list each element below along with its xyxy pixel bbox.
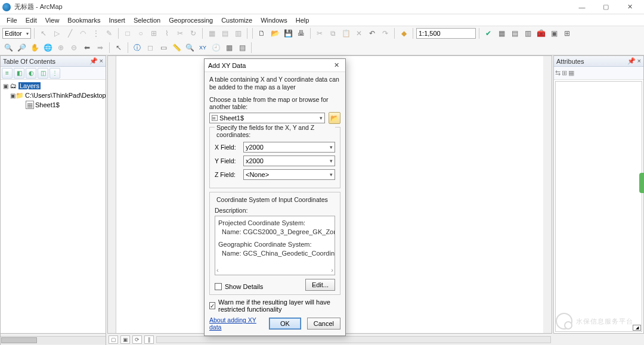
zoom-in-icon[interactable]: 🔍 [2,42,14,54]
list-by-visibility-icon[interactable]: ◐ [26,68,36,79]
attr-tool-2-icon[interactable]: ⊞ [562,69,567,77]
attributes-pin-icon[interactable]: 📌 × [627,57,641,65]
split-tool-icon[interactable]: ✂ [174,27,186,39]
fixed-zoom-out-icon[interactable]: ⊖ [68,42,80,54]
menu-customize[interactable]: Customize [217,15,256,25]
create-features-icon[interactable]: ▥ [232,27,244,39]
close-button[interactable]: ✕ [618,0,642,14]
delete-icon[interactable]: ✕ [353,27,365,39]
about-link[interactable]: About adding XY data [209,316,257,331]
sheet-node[interactable]: Sheet1$ [35,101,60,108]
edit-tool-icon[interactable]: ↖ [38,27,49,39]
menu-view[interactable]: View [41,15,64,25]
toc-icon[interactable]: ▦ [496,27,507,39]
line-tool-icon[interactable]: ╱ [64,27,76,39]
pause-button[interactable]: ∥ [144,335,154,344]
model-builder-icon[interactable]: ⊞ [561,27,573,39]
menu-windows[interactable]: Windows [256,15,292,25]
copy-icon[interactable]: ⧉ [327,27,339,39]
list-by-drawing-icon[interactable]: ≡ [2,68,13,79]
resize-handle-icon[interactable]: ◢ [633,325,641,331]
paste-icon[interactable]: 📋 [340,27,352,39]
table-combo[interactable]: ▦ Sheet1$ [209,113,325,123]
identify-icon[interactable]: ⓘ [131,42,143,54]
options-icon[interactable]: ⋮ [49,68,60,79]
open-doc-icon[interactable]: 📂 [269,27,281,39]
attributes-icon[interactable]: ▦ [206,27,218,39]
measure-icon[interactable]: 📏 [171,42,182,54]
menu-file[interactable]: File [2,15,21,25]
back-extent-icon[interactable]: ⬅ [81,42,93,54]
y-field-combo[interactable]: x2000 [243,156,335,166]
refresh-button[interactable]: ⟳ [132,335,142,344]
redo-icon[interactable]: ↷ [379,27,391,39]
editor-dropdown[interactable]: Editor [2,28,31,39]
circle-tool-icon[interactable]: ○ [135,27,147,39]
ok-button[interactable]: OK [269,318,301,330]
point-tool-icon[interactable]: ⋮ [90,27,102,39]
edit-cs-button[interactable]: Edit... [305,279,335,291]
search-window-icon[interactable]: ▥ [522,27,534,39]
menu-insert[interactable]: Insert [104,15,129,25]
z-field-combo[interactable]: <None> [243,169,335,180]
menu-geoprocessing[interactable]: Geoprocessing [165,15,217,25]
data-view-button[interactable]: ▢ [109,335,118,344]
list-by-source-icon[interactable]: ◧ [14,68,24,79]
side-tab[interactable] [639,173,644,193]
minimize-button[interactable]: — [570,0,594,14]
arc-toolbox-icon[interactable]: 🧰 [535,27,547,39]
layout-view-button[interactable]: ▣ [120,335,130,344]
time-slider-icon[interactable]: 🕘 [210,42,222,54]
undo-icon[interactable]: ↶ [366,27,378,39]
zoom-out-icon[interactable]: 🔎 [16,42,27,54]
fixed-zoom-in-icon[interactable]: ⊕ [55,42,67,54]
warn-checkbox[interactable]: ✓ [209,302,215,309]
clear-selection-icon[interactable]: ◻ [144,42,156,54]
pan-icon[interactable]: ✋ [29,42,41,54]
print-icon[interactable]: 🖶 [295,27,307,39]
rotate-tool-icon[interactable]: ↻ [187,27,199,39]
menu-help[interactable]: Help [292,15,314,25]
arc-tool-icon[interactable]: ◠ [77,27,89,39]
edit-vertices-icon[interactable]: ▷ [51,27,63,39]
scale-combo[interactable] [416,28,476,39]
list-by-selection-icon[interactable]: ◫ [38,68,48,79]
new-doc-icon[interactable]: 🗋 [256,27,268,39]
select-features-icon[interactable]: ↖ [113,42,125,54]
reshape-tool-icon[interactable]: ⌇ [161,27,173,39]
folder-node[interactable]: C:\Users\ThinkPad\Desktop\图 [25,91,106,100]
toc-hscroll[interactable] [0,334,106,345]
editor-toolbar-icon[interactable]: ✔ [482,27,494,39]
attr-tool-1-icon[interactable]: ⇆ [555,69,561,77]
select-elements-icon[interactable]: ▭ [157,42,169,54]
pin-icon[interactable]: 📌 × [89,57,103,65]
menu-bookmarks[interactable]: Bookmarks [63,15,104,25]
rect-tool-icon[interactable]: □ [122,27,134,39]
layers-root[interactable]: Layers [18,82,41,89]
trace-tool-icon[interactable]: ✎ [103,27,115,39]
menu-selection[interactable]: Selection [129,15,165,25]
browse-button[interactable]: 📂 [329,112,340,124]
menu-edit[interactable]: Edit [21,15,41,25]
show-details-checkbox[interactable] [215,283,222,290]
cancel-button[interactable]: Cancel [307,318,340,330]
forward-extent-icon[interactable]: ➡ [94,42,106,54]
dialog-close-button[interactable]: ✕ [331,60,342,71]
desc-hscroll[interactable]: ‹› [216,266,333,273]
sketch-props-icon[interactable]: ▤ [219,27,231,39]
html-popup-icon[interactable]: ▤ [236,42,248,54]
full-extent-icon[interactable]: 🌐 [42,42,54,54]
maximize-button[interactable]: ▢ [594,0,618,14]
x-field-combo[interactable]: y2000 [243,142,335,153]
python-icon[interactable]: ▣ [548,27,560,39]
attr-tool-3-icon[interactable]: ▦ [568,69,574,77]
cut-tool-icon[interactable]: ⊞ [148,27,160,39]
find-icon[interactable]: 🔍 [184,42,196,54]
vertical-scrollbar[interactable] [543,56,552,325]
cut-icon[interactable]: ✂ [314,27,326,39]
viewer-icon[interactable]: ▦ [223,42,235,54]
add-data-icon[interactable]: ◆ [398,27,410,39]
save-doc-icon[interactable]: 💾 [282,27,294,39]
canvas-hscroll[interactable] [156,336,551,343]
xy-icon[interactable]: XY [197,42,209,54]
